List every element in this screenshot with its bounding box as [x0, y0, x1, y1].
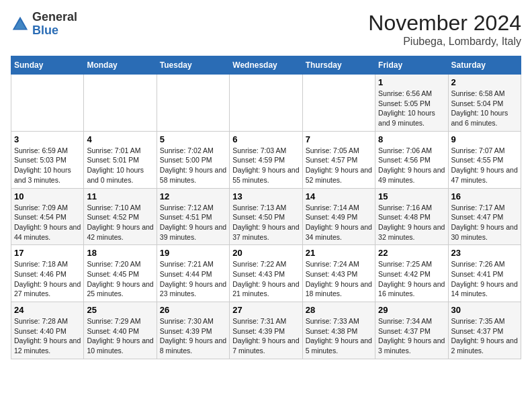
day-number: 6 — [232, 134, 299, 144]
calendar-cell: 15Sunrise: 7:16 AM Sunset: 4:48 PM Dayli… — [375, 188, 448, 245]
day-number: 28 — [306, 305, 372, 315]
calendar-cell: 16Sunrise: 7:17 AM Sunset: 4:47 PM Dayli… — [448, 188, 521, 245]
calendar-header-row: SundayMondayTuesdayWednesdayThursdayFrid… — [11, 56, 521, 75]
calendar-cell: 28Sunrise: 7:33 AM Sunset: 4:38 PM Dayli… — [302, 302, 375, 359]
day-header-saturday: Saturday — [448, 56, 521, 75]
day-info: Sunrise: 7:29 AM Sunset: 4:40 PM Dayligh… — [87, 316, 153, 356]
day-number: 4 — [87, 134, 153, 144]
day-number: 7 — [306, 134, 372, 144]
calendar-cell: 18Sunrise: 7:20 AM Sunset: 4:45 PM Dayli… — [84, 245, 157, 302]
calendar-cell: 22Sunrise: 7:25 AM Sunset: 4:42 PM Dayli… — [375, 245, 448, 302]
day-number: 3 — [14, 134, 81, 144]
day-info: Sunrise: 7:10 AM Sunset: 4:52 PM Dayligh… — [87, 203, 153, 242]
day-number: 1 — [378, 77, 445, 87]
calendar-week-3: 10Sunrise: 7:09 AM Sunset: 4:54 PM Dayli… — [11, 188, 521, 245]
location-text: Piubega, Lombardy, Italy — [368, 36, 521, 48]
day-info: Sunrise: 7:16 AM Sunset: 4:48 PM Dayligh… — [378, 203, 445, 242]
calendar-cell: 26Sunrise: 7:30 AM Sunset: 4:39 PM Dayli… — [157, 302, 229, 359]
day-info: Sunrise: 7:25 AM Sunset: 4:42 PM Dayligh… — [378, 259, 445, 299]
calendar-cell — [302, 75, 375, 132]
calendar-cell: 1Sunrise: 6:56 AM Sunset: 5:05 PM Daylig… — [375, 75, 448, 132]
day-info: Sunrise: 7:06 AM Sunset: 4:56 PM Dayligh… — [378, 146, 445, 185]
page-header: General Blue November 2024 Piubega, Lomb… — [11, 11, 521, 48]
calendar-week-1: 1Sunrise: 6:56 AM Sunset: 5:05 PM Daylig… — [11, 75, 521, 132]
day-header-monday: Monday — [84, 56, 157, 75]
day-info: Sunrise: 7:01 AM Sunset: 5:01 PM Dayligh… — [87, 146, 153, 185]
day-header-wednesday: Wednesday — [230, 56, 302, 75]
day-number: 17 — [14, 248, 81, 258]
day-number: 18 — [87, 248, 153, 258]
calendar-cell: 7Sunrise: 7:05 AM Sunset: 4:57 PM Daylig… — [302, 131, 375, 188]
day-header-friday: Friday — [375, 56, 448, 75]
day-info: Sunrise: 7:22 AM Sunset: 4:43 PM Dayligh… — [232, 259, 299, 299]
calendar-week-2: 3Sunrise: 6:59 AM Sunset: 5:03 PM Daylig… — [11, 131, 521, 188]
day-number: 25 — [87, 305, 153, 315]
calendar-cell: 29Sunrise: 7:34 AM Sunset: 4:37 PM Dayli… — [375, 302, 448, 359]
day-info: Sunrise: 7:09 AM Sunset: 4:54 PM Dayligh… — [14, 203, 81, 242]
title-block: November 2024 Piubega, Lombardy, Italy — [368, 11, 521, 48]
calendar-cell: 8Sunrise: 7:06 AM Sunset: 4:56 PM Daylig… — [375, 131, 448, 188]
day-number: 15 — [378, 191, 445, 201]
day-number: 30 — [451, 305, 518, 315]
day-info: Sunrise: 7:03 AM Sunset: 4:59 PM Dayligh… — [232, 146, 299, 185]
calendar-cell — [11, 75, 84, 132]
calendar-cell: 6Sunrise: 7:03 AM Sunset: 4:59 PM Daylig… — [230, 131, 302, 188]
day-number: 16 — [451, 191, 518, 201]
logo-blue-text: Blue — [32, 24, 58, 37]
day-info: Sunrise: 7:21 AM Sunset: 4:44 PM Dayligh… — [160, 259, 226, 299]
day-info: Sunrise: 7:33 AM Sunset: 4:38 PM Dayligh… — [306, 316, 372, 356]
calendar-cell: 27Sunrise: 7:31 AM Sunset: 4:39 PM Dayli… — [230, 302, 302, 359]
day-number: 14 — [306, 191, 372, 201]
calendar-cell — [84, 75, 157, 132]
calendar-cell: 24Sunrise: 7:28 AM Sunset: 4:40 PM Dayli… — [11, 302, 84, 359]
calendar-cell — [230, 75, 302, 132]
calendar-cell: 12Sunrise: 7:12 AM Sunset: 4:51 PM Dayli… — [157, 188, 229, 245]
calendar-cell: 13Sunrise: 7:13 AM Sunset: 4:50 PM Dayli… — [230, 188, 302, 245]
calendar-cell: 10Sunrise: 7:09 AM Sunset: 4:54 PM Dayli… — [11, 188, 84, 245]
calendar-cell — [157, 75, 229, 132]
day-number: 29 — [378, 305, 445, 315]
day-info: Sunrise: 6:59 AM Sunset: 5:03 PM Dayligh… — [14, 146, 81, 185]
calendar-table: SundayMondayTuesdayWednesdayThursdayFrid… — [11, 56, 521, 359]
day-info: Sunrise: 7:35 AM Sunset: 4:37 PM Dayligh… — [451, 316, 518, 356]
calendar-cell: 14Sunrise: 7:14 AM Sunset: 4:49 PM Dayli… — [302, 188, 375, 245]
day-info: Sunrise: 7:26 AM Sunset: 4:41 PM Dayligh… — [451, 259, 518, 299]
day-info: Sunrise: 7:24 AM Sunset: 4:43 PM Dayligh… — [306, 259, 372, 299]
day-info: Sunrise: 7:02 AM Sunset: 5:00 PM Dayligh… — [160, 146, 226, 185]
day-number: 8 — [378, 134, 445, 144]
day-header-thursday: Thursday — [302, 56, 375, 75]
day-number: 19 — [160, 248, 226, 258]
day-info: Sunrise: 6:58 AM Sunset: 5:04 PM Dayligh… — [451, 89, 518, 128]
day-number: 5 — [160, 134, 226, 144]
calendar-cell: 9Sunrise: 7:07 AM Sunset: 4:55 PM Daylig… — [448, 131, 521, 188]
calendar-cell: 20Sunrise: 7:22 AM Sunset: 4:43 PM Dayli… — [230, 245, 302, 302]
calendar-cell: 25Sunrise: 7:29 AM Sunset: 4:40 PM Dayli… — [84, 302, 157, 359]
day-info: Sunrise: 7:20 AM Sunset: 4:45 PM Dayligh… — [87, 259, 153, 299]
calendar-cell: 30Sunrise: 7:35 AM Sunset: 4:37 PM Dayli… — [448, 302, 521, 359]
day-info: Sunrise: 7:31 AM Sunset: 4:39 PM Dayligh… — [232, 316, 299, 356]
logo: General Blue — [11, 11, 77, 38]
calendar-cell: 19Sunrise: 7:21 AM Sunset: 4:44 PM Dayli… — [157, 245, 229, 302]
day-info: Sunrise: 6:56 AM Sunset: 5:05 PM Dayligh… — [378, 89, 445, 128]
day-number: 24 — [14, 305, 81, 315]
calendar-cell: 3Sunrise: 6:59 AM Sunset: 5:03 PM Daylig… — [11, 131, 84, 188]
day-info: Sunrise: 7:12 AM Sunset: 4:51 PM Dayligh… — [160, 203, 226, 242]
day-info: Sunrise: 7:14 AM Sunset: 4:49 PM Dayligh… — [306, 203, 372, 242]
day-info: Sunrise: 7:18 AM Sunset: 4:46 PM Dayligh… — [14, 259, 81, 299]
day-number: 2 — [451, 77, 518, 87]
day-number: 11 — [87, 191, 153, 201]
calendar-week-4: 17Sunrise: 7:18 AM Sunset: 4:46 PM Dayli… — [11, 245, 521, 302]
day-info: Sunrise: 7:30 AM Sunset: 4:39 PM Dayligh… — [160, 316, 226, 356]
day-number: 12 — [160, 191, 226, 201]
calendar-cell: 5Sunrise: 7:02 AM Sunset: 5:00 PM Daylig… — [157, 131, 229, 188]
day-number: 13 — [232, 191, 299, 201]
day-info: Sunrise: 7:34 AM Sunset: 4:37 PM Dayligh… — [378, 316, 445, 356]
day-header-sunday: Sunday — [11, 56, 84, 75]
day-number: 10 — [14, 191, 81, 201]
day-info: Sunrise: 7:17 AM Sunset: 4:47 PM Dayligh… — [451, 203, 518, 242]
calendar-week-5: 24Sunrise: 7:28 AM Sunset: 4:40 PM Dayli… — [11, 302, 521, 359]
month-title: November 2024 — [368, 11, 521, 36]
day-number: 27 — [232, 305, 299, 315]
day-info: Sunrise: 7:07 AM Sunset: 4:55 PM Dayligh… — [451, 146, 518, 185]
day-number: 23 — [451, 248, 518, 258]
